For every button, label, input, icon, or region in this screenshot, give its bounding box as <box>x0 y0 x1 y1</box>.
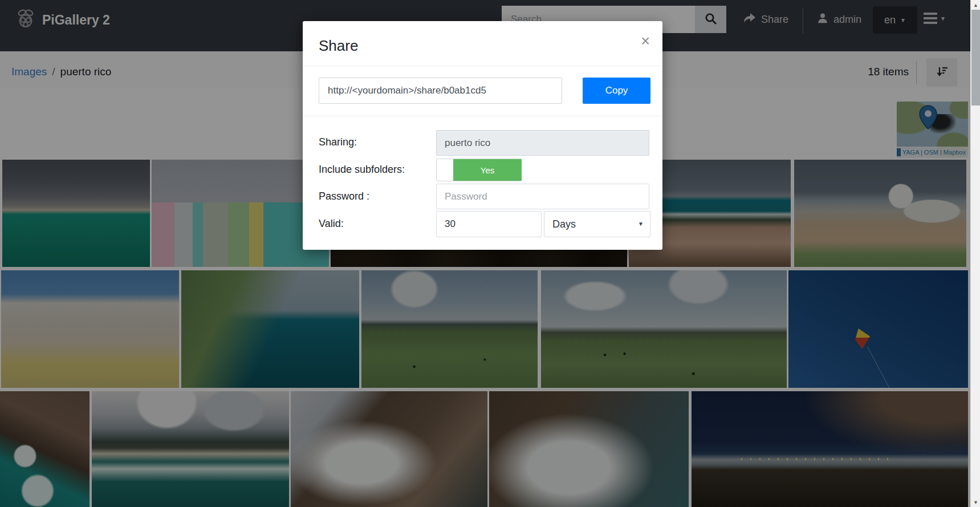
sharing-label: Sharing: <box>319 136 357 148</box>
valid-unit-value: Days <box>552 218 576 230</box>
valid-label: Valid: <box>319 218 344 230</box>
toggle-yes-segment[interactable]: Yes <box>453 159 522 181</box>
scrollbar-thumb[interactable] <box>971 10 980 106</box>
share-modal: Share × Copy Sharing: Include subfolders… <box>303 21 662 250</box>
scroll-up-arrow[interactable]: ▲ <box>971 0 980 10</box>
modal-section-divider <box>303 116 662 116</box>
scroll-down-arrow[interactable]: ▼ <box>971 497 980 507</box>
caret-down-icon: ▼ <box>638 221 644 227</box>
scrollbar[interactable]: ▲ ▼ <box>970 0 980 507</box>
close-icon[interactable]: × <box>641 34 650 49</box>
share-url-input[interactable] <box>319 78 562 104</box>
pigallery-app: PiGallery 2 Share <box>0 0 980 507</box>
valid-unit-select[interactable]: Days ▼ <box>544 211 650 237</box>
valid-duration-input[interactable] <box>436 211 542 237</box>
modal-header-divider <box>303 66 662 66</box>
include-subfolders-label: Include subfolders: <box>319 164 405 176</box>
sharing-value-input <box>436 130 649 156</box>
include-subfolders-toggle[interactable]: Yes <box>436 159 522 181</box>
password-label: Password : <box>319 190 369 202</box>
password-input[interactable] <box>436 184 649 209</box>
copy-button[interactable]: Copy <box>583 78 650 104</box>
modal-title: Share <box>319 37 358 55</box>
